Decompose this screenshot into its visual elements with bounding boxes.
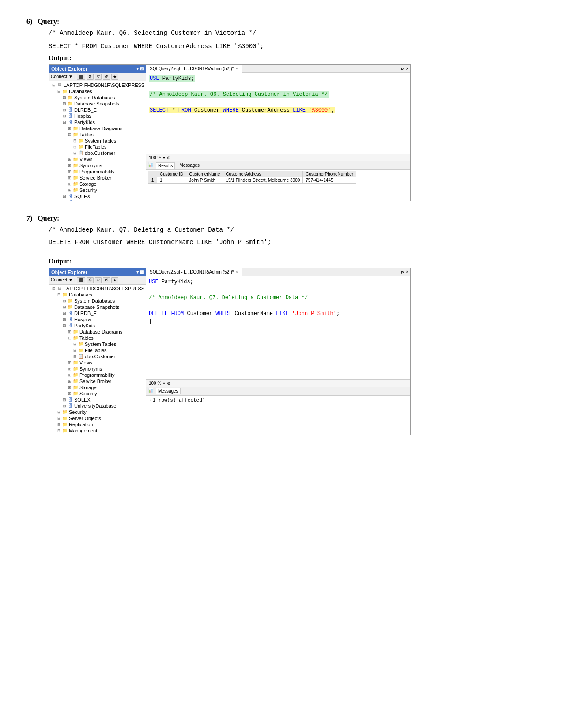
toggle-tables-q6[interactable]: ⊟ bbox=[67, 132, 72, 137]
tree-security-inner-q7[interactable]: ⊞ 📁 Security bbox=[49, 390, 146, 397]
tree-tables-q7[interactable]: ⊟ 📁 Tables bbox=[49, 335, 146, 341]
tab-close-q6[interactable]: × bbox=[236, 66, 238, 71]
toggle-sysdb-q7[interactable]: ⊞ bbox=[62, 299, 67, 303]
tree-hospital-q6[interactable]: ⊞ 🗄 Hospital bbox=[49, 113, 146, 119]
toggle-partykids-q6[interactable]: ⊟ bbox=[62, 120, 67, 124]
tree-sysdb-q6[interactable]: ⊞ 📁 System Databases bbox=[49, 94, 146, 101]
tree-sqlex-q6[interactable]: ⊞ 🗄 SQLEX bbox=[49, 193, 146, 199]
toggle-synonyms-q7[interactable]: ⊞ bbox=[67, 367, 72, 371]
editor-tab-q7[interactable]: SQLQuery2.sql - L...DG0N1R\Admin (52))* … bbox=[146, 268, 242, 276]
toggle-dlrdb-q7[interactable]: ⊞ bbox=[62, 311, 67, 315]
tree-systables-q7[interactable]: ⊞ 📁 System Tables bbox=[49, 341, 146, 347]
toggle-dbsnap-q7[interactable]: ⊞ bbox=[62, 305, 67, 309]
toggle-security-inner-q6[interactable]: ⊞ bbox=[67, 188, 72, 192]
tree-filetables-q7[interactable]: ⊞ 📁 FileTables bbox=[49, 347, 146, 353]
results-tab-results-q6[interactable]: Results bbox=[156, 162, 175, 169]
toggle-server-q6[interactable]: ⊟ bbox=[51, 83, 57, 87]
tree-dbocustomer-q7[interactable]: ⊞ 📋 dbo.Customer bbox=[49, 353, 146, 360]
toggle-dbocustomer-q7[interactable]: ⊞ bbox=[72, 354, 78, 359]
zoom-icon-q6[interactable]: ⊕ bbox=[167, 155, 170, 160]
tree-dlrdb-q6[interactable]: ⊞ 🗄 DLRDB_E bbox=[49, 107, 146, 113]
toolbar-icon3[interactable]: ★ bbox=[111, 74, 118, 80]
zoom-icon-q7[interactable]: ⊕ bbox=[167, 381, 170, 386]
toolbar-refresh[interactable]: ↺ bbox=[103, 74, 110, 80]
tree-views-q6[interactable]: ⊞ 📁 Views bbox=[49, 156, 146, 162]
toolbar-filter-q7[interactable]: ▽ bbox=[95, 277, 102, 283]
tab-pin-q7[interactable]: ⊳ × bbox=[399, 268, 410, 276]
tree-sqlex-q7[interactable]: ⊞ 🗄 SQLEX bbox=[49, 397, 146, 403]
tab-pin-q6[interactable]: ⊳ × bbox=[399, 65, 410, 72]
tree-dbdiag-q7[interactable]: ⊞ 📁 Database Diagrams bbox=[49, 329, 146, 335]
code-area-q7[interactable]: USE PartyKids; /* Anmoldeep Kaur. Q7. De… bbox=[146, 276, 410, 379]
tree-server-q6[interactable]: ⊟ 🖥 LAPTOP-FHDG0N1R\SQLEXPRESS (SQL bbox=[49, 82, 146, 88]
tree-dbdiag-q6[interactable]: ⊞ 📁 Database Diagrams bbox=[49, 125, 146, 131]
toggle-systables-q6[interactable]: ⊞ bbox=[72, 139, 78, 143]
connect-btn-q6[interactable]: Connect ▼ bbox=[51, 74, 73, 79]
toolbar-icon1[interactable]: ⬛ bbox=[77, 74, 85, 80]
toggle-systables-q7[interactable]: ⊞ bbox=[72, 342, 78, 346]
toggle-security-inner-q7[interactable]: ⊞ bbox=[67, 391, 72, 396]
tree-server-q7[interactable]: ⊟ 🖥 LAPTOP-FHDG0N1R\SQLEXPRESS (SQL bbox=[49, 285, 146, 292]
tree-databases-q6[interactable]: ⊟ 📁 Databases bbox=[49, 88, 146, 94]
toolbar-icon2-q7[interactable]: ⚙ bbox=[87, 277, 94, 283]
toggle-sqlex-q7[interactable]: ⊞ bbox=[62, 398, 67, 402]
tree-serverobjects-q7[interactable]: ⊞ 📁 Server Objects bbox=[49, 415, 146, 421]
toggle-replication-q7[interactable]: ⊞ bbox=[57, 422, 62, 427]
toggle-servicebroker-q7[interactable]: ⊞ bbox=[67, 379, 72, 383]
tree-storage-q6[interactable]: ⊞ 📁 Storage bbox=[49, 181, 146, 187]
toggle-dbocustomer-q6[interactable]: ⊞ bbox=[72, 151, 78, 155]
toggle-university-q7[interactable]: ⊞ bbox=[62, 404, 67, 408]
toggle-partykids-q7[interactable]: ⊟ bbox=[62, 323, 67, 328]
tree-tables-q6[interactable]: ⊟ 📁 Tables bbox=[49, 131, 146, 138]
toggle-serverobjects-q7[interactable]: ⊞ bbox=[57, 416, 62, 420]
toggle-tables-q7[interactable]: ⊟ bbox=[67, 336, 72, 340]
toggle-server-q7[interactable]: ⊟ bbox=[51, 286, 57, 291]
toggle-hospital-q7[interactable]: ⊞ bbox=[62, 317, 67, 322]
toggle-dbdiag-q6[interactable]: ⊞ bbox=[67, 126, 72, 131]
tree-synonyms-q7[interactable]: ⊞ 📁 Synonyms bbox=[49, 366, 146, 372]
tree-storage-q7[interactable]: ⊞ 📁 Storage bbox=[49, 384, 146, 390]
tree-servicebroker-q6[interactable]: ⊞ 📁 Service Broker bbox=[49, 175, 146, 181]
toggle-management-q7[interactable]: ⊞ bbox=[57, 428, 62, 433]
tree-partykids-q7[interactable]: ⊟ 🗄 PartyKids bbox=[49, 323, 146, 329]
code-area-q6[interactable]: USE PartyKids; /* Anmoldeep Kaur. Q6. Se… bbox=[146, 73, 410, 154]
toggle-db-q6[interactable]: ⊟ bbox=[57, 89, 62, 94]
obj-explorer-pin-q7[interactable]: ▾ ⊠ bbox=[136, 270, 144, 274]
tree-hospital-q7[interactable]: ⊞ 🗄 Hospital bbox=[49, 316, 146, 323]
toggle-servicebroker-q6[interactable]: ⊞ bbox=[67, 176, 72, 180]
tree-servicebroker-q7[interactable]: ⊞ 📁 Service Broker bbox=[49, 378, 146, 384]
tree-synonyms-q6[interactable]: ⊞ 📁 Synonyms bbox=[49, 162, 146, 169]
toggle-hospital-q6[interactable]: ⊞ bbox=[62, 114, 67, 118]
tree-views-q7[interactable]: ⊞ 📁 Views bbox=[49, 360, 146, 366]
toggle-dbsnap-q6[interactable]: ⊞ bbox=[62, 101, 67, 106]
tree-programmability-q6[interactable]: ⊞ 📁 Programmability bbox=[49, 169, 146, 175]
toolbar-icon2[interactable]: ⚙ bbox=[87, 74, 94, 80]
toggle-programmability-q6[interactable]: ⊞ bbox=[67, 169, 72, 174]
toggle-university-q6[interactable]: ⊞ bbox=[62, 200, 67, 201]
tree-partykids-q6[interactable]: ⊟ 🗄 PartyKids bbox=[49, 119, 146, 125]
tree-security-outer-q7[interactable]: ⊞ 📁 Security bbox=[49, 409, 146, 415]
connect-btn-q7[interactable]: Connect ▼ bbox=[51, 278, 73, 282]
toggle-filetables-q7[interactable]: ⊞ bbox=[72, 348, 78, 353]
toggle-security-outer-q7[interactable]: ⊞ bbox=[57, 410, 62, 414]
toggle-sysdb-q6[interactable]: ⊞ bbox=[62, 95, 67, 100]
editor-tab-q6[interactable]: SQLQuery2.sql - L...DG0N1R\Admin (52))* … bbox=[146, 65, 242, 73]
tree-management-q7[interactable]: ⊞ 📁 Management bbox=[49, 428, 146, 434]
tree-filetables-q6[interactable]: ⊞ 📁 FileTables bbox=[49, 144, 146, 150]
tree-dbsnap-q7[interactable]: ⊞ 📁 Database Snapshots bbox=[49, 304, 146, 310]
results-tab-messages-q6[interactable]: Messages bbox=[178, 162, 201, 169]
toggle-synonyms-q6[interactable]: ⊞ bbox=[67, 163, 72, 168]
toolbar-icon3-q7[interactable]: ★ bbox=[111, 277, 118, 283]
tree-dbsnap-q6[interactable]: ⊞ 📁 Database Snapshots bbox=[49, 101, 146, 107]
toggle-storage-q6[interactable]: ⊞ bbox=[67, 182, 72, 186]
toggle-dbdiag-q7[interactable]: ⊞ bbox=[67, 330, 72, 334]
tree-databases-q7[interactable]: ⊟ 📁 Databases bbox=[49, 292, 146, 298]
toggle-views-q7[interactable]: ⊞ bbox=[67, 360, 72, 365]
toggle-views-q6[interactable]: ⊞ bbox=[67, 157, 72, 161]
tree-programmability-q7[interactable]: ⊞ 📁 Programmability bbox=[49, 372, 146, 378]
obj-explorer-pin-q6[interactable]: ▾ ⊠ bbox=[136, 66, 144, 71]
toggle-dlrdb-q6[interactable]: ⊞ bbox=[62, 108, 67, 112]
tree-dlrdb-q7[interactable]: ⊞ 🗄 DLRDB_E bbox=[49, 310, 146, 316]
tree-university-q7[interactable]: ⊞ 🗄 UniversityDatabase bbox=[49, 403, 146, 409]
tree-dbocustomer-q6[interactable]: ⊞ 📋 dbo.Customer bbox=[49, 150, 146, 156]
